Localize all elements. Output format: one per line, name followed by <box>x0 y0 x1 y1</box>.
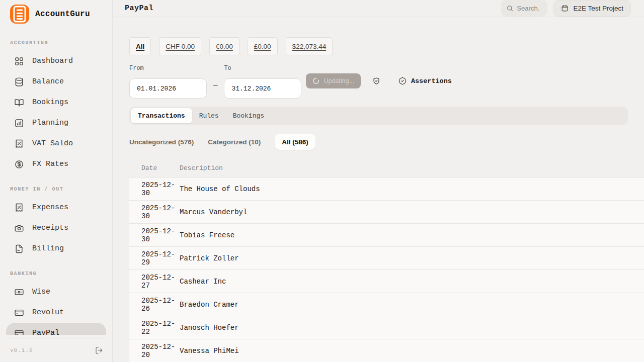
search-icon <box>506 5 514 12</box>
main-tabs: Transactions Rules Bookings <box>129 107 628 125</box>
cell-description: Tobias Freese <box>180 231 234 239</box>
table-row[interactable]: 2025-12-30 Marcus Vanderbyl <box>129 201 644 224</box>
dashboard-grid-icon <box>14 56 24 66</box>
sidebar-item-fx-rates[interactable]: FX Rates <box>6 154 106 174</box>
brand-header: AccountGuru <box>0 0 112 28</box>
range-actions: Updating... Assertions <box>306 73 451 88</box>
assertions-toggle[interactable]: Assertions <box>398 77 452 85</box>
category-subtabs: Uncategorized (576) Categorized (10) All… <box>129 134 644 150</box>
nav-section-banking: BANKING <box>10 271 102 277</box>
project-selector-button[interactable]: E2E Test Project <box>553 0 631 17</box>
cell-date: 2025-12-29 <box>129 250 180 266</box>
sidebar-nav: ACCOUNTING Dashboard Balance Bookings Pl… <box>0 28 112 335</box>
date-from-input[interactable] <box>129 78 207 99</box>
calendar-icon <box>561 5 569 12</box>
filter-chip-eur[interactable]: €0.00 <box>209 37 239 55</box>
sidebar-item-paypal[interactable]: PayPal <box>6 323 106 335</box>
column-header-date: Date <box>129 164 180 172</box>
filter-chip-gbp[interactable]: £0.00 <box>248 37 278 55</box>
date-to-input[interactable] <box>224 78 301 99</box>
page-title: PayPal <box>125 4 153 13</box>
table-row[interactable]: 2025-12-26 Braedon Cramer <box>129 293 644 316</box>
table-row[interactable]: 2025-12-22 Janosch Hoefer <box>129 316 644 339</box>
sidebar-item-receipts[interactable]: Receipts <box>6 218 106 238</box>
date-from-field: From <box>129 65 207 99</box>
cell-date: 2025-12-26 <box>129 297 180 313</box>
sidebar-item-label: Dashboard <box>32 57 73 65</box>
sidebar-item-billing[interactable]: Billing <box>6 238 106 259</box>
sidebar-item-label: Billing <box>32 244 64 253</box>
date-range-row: From — To Updating... Assertio <box>129 65 644 99</box>
sidebar-item-bookings[interactable]: Bookings <box>6 92 106 113</box>
table-row[interactable]: 2025-12-30 The House of Clouds <box>129 177 644 201</box>
cell-description: Cashear Inc <box>180 278 226 286</box>
sidebar-item-revolut[interactable]: Revolut <box>6 302 106 323</box>
search-input[interactable] <box>517 5 546 12</box>
sidebar-item-vat-saldo[interactable]: VAT Saldo <box>6 133 106 154</box>
filter-chip-chf[interactable]: CHF 0.00 <box>159 37 201 55</box>
sidebar-item-label: Receipts <box>32 224 68 232</box>
updating-label: Updating... <box>324 77 354 84</box>
sidebar: AccountGuru ACCOUNTING Dashboard Balance… <box>0 0 113 362</box>
tab-rules[interactable]: Rules <box>192 108 226 123</box>
sidebar-footer: v0.1.0 <box>0 338 112 362</box>
app-version: v0.1.0 <box>10 347 33 353</box>
app-window: AccountGuru ACCOUNTING Dashboard Balance… <box>0 0 644 362</box>
table-row[interactable]: 2025-12-30 Tobias Freese <box>129 224 644 247</box>
cell-description: Vanessa PhiMei <box>180 347 239 355</box>
logout-icon[interactable] <box>95 346 103 354</box>
subtab-categorized[interactable]: Categorized (10) <box>208 138 261 146</box>
sidebar-item-label: Bookings <box>32 98 68 107</box>
cell-description: Marcus Vanderbyl <box>180 208 247 216</box>
receipt-percent-icon <box>14 139 24 149</box>
cell-description: The House of Clouds <box>180 185 260 193</box>
cell-date: 2025-12-22 <box>129 320 180 336</box>
sidebar-item-label: Expenses <box>32 203 68 212</box>
cell-date: 2025-12-30 <box>129 204 180 220</box>
book-open-icon <box>14 98 24 108</box>
file-text-icon <box>14 244 24 254</box>
sidebar-item-expenses[interactable]: Expenses <box>6 197 106 218</box>
sidebar-item-label: Planning <box>32 119 68 127</box>
calculator-logo-icon <box>10 5 29 24</box>
updating-button[interactable]: Updating... <box>306 73 360 88</box>
table-row[interactable]: 2025-12-20 Vanessa PhiMei <box>129 339 644 362</box>
subtab-all[interactable]: All (586) <box>275 134 315 150</box>
cell-date: 2025-12-30 <box>129 181 180 197</box>
sidebar-item-wise[interactable]: Wise <box>6 282 106 302</box>
column-header-description: Description <box>180 164 223 172</box>
filter-chip-all[interactable]: All <box>129 37 151 55</box>
camera-icon <box>14 223 24 233</box>
nav-section-accounting: ACCOUNTING <box>10 40 102 46</box>
search-box[interactable] <box>501 0 547 17</box>
sidebar-item-dashboard[interactable]: Dashboard <box>6 51 106 71</box>
project-selector-label: E2E Test Project <box>573 5 623 12</box>
credit-card-icon <box>14 328 24 335</box>
table-header: Date Description <box>129 159 644 177</box>
tab-bookings[interactable]: Bookings <box>226 108 271 123</box>
brand-name: AccountGuru <box>35 10 90 19</box>
page-header: PayPal E2E Test Project <box>113 0 644 17</box>
date-from-label: From <box>129 65 207 71</box>
assertions-label: Assertions <box>411 77 452 85</box>
main-area: PayPal E2E Test Project All CHF 0.00 €0.… <box>113 0 644 362</box>
cell-description: Janosch Hoefer <box>180 324 239 332</box>
tab-transactions[interactable]: Transactions <box>131 108 192 123</box>
date-to-label: To <box>224 65 301 71</box>
shield-check-icon[interactable] <box>372 77 380 85</box>
table-row[interactable]: 2025-12-27 Cashear Inc <box>129 270 644 293</box>
sidebar-item-label: PayPal <box>32 329 59 335</box>
currency-filter-chips: All CHF 0.00 €0.00 £0.00 $22,073.44 <box>129 37 628 55</box>
subtab-uncategorized[interactable]: Uncategorized (576) <box>129 138 194 146</box>
badge-check-icon <box>398 77 407 85</box>
table-row[interactable]: 2025-12-29 Patrick Zoller <box>129 247 644 270</box>
date-to-field: To <box>224 65 301 99</box>
bar-chart-icon <box>14 118 24 128</box>
database-icon <box>14 77 24 87</box>
filter-chip-usd[interactable]: $22,073.44 <box>286 37 333 55</box>
spinner-icon <box>312 76 320 85</box>
sidebar-item-balance[interactable]: Balance <box>6 71 106 92</box>
cell-date: 2025-12-27 <box>129 274 180 290</box>
sidebar-item-planning[interactable]: Planning <box>6 113 106 133</box>
nav-section-money-in-out: MONEY IN / OUT <box>10 187 102 192</box>
